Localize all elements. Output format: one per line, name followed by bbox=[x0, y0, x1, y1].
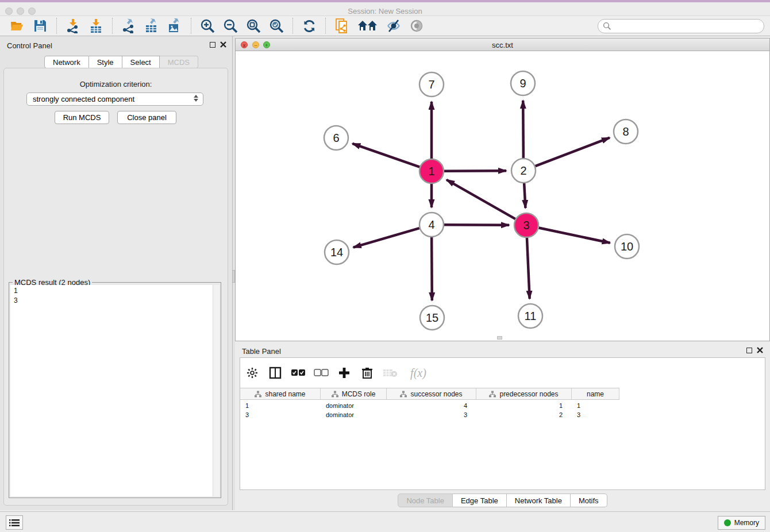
search-input[interactable] bbox=[611, 22, 764, 30]
delete-column-icon[interactable] bbox=[360, 365, 375, 380]
tab-node-table[interactable]: Node Table bbox=[398, 494, 453, 507]
tab-network[interactable]: Network bbox=[44, 56, 89, 68]
node-1[interactable]: 1 bbox=[419, 159, 444, 183]
gear-icon[interactable] bbox=[245, 365, 260, 380]
table-panel-title: Table Panel bbox=[242, 347, 281, 356]
status-bar: Memory bbox=[0, 511, 770, 532]
node-14[interactable]: 14 bbox=[325, 240, 349, 264]
node-11[interactable]: 11 bbox=[518, 304, 542, 328]
table-cell[interactable]: 1 bbox=[476, 401, 572, 410]
node-3[interactable]: 3 bbox=[514, 213, 538, 237]
column-header[interactable]: name bbox=[572, 388, 619, 399]
control-panel-title: Control Panel bbox=[7, 41, 52, 50]
column-header[interactable]: predecessor nodes bbox=[476, 388, 572, 399]
hide-selected-icon[interactable] bbox=[385, 17, 402, 34]
delete-table-icon[interactable] bbox=[383, 365, 398, 380]
select-all-icon[interactable] bbox=[291, 365, 306, 380]
mcds-panel: Optimization criterion: strongly connect… bbox=[3, 68, 228, 506]
table-cell[interactable]: dominator bbox=[321, 401, 387, 410]
close-table-panel-icon[interactable] bbox=[757, 347, 763, 353]
table-row[interactable]: 1dominator411 bbox=[240, 401, 765, 410]
memory-button[interactable]: Memory bbox=[718, 516, 765, 530]
table-cell[interactable]: 3 bbox=[572, 410, 619, 419]
node-2[interactable]: 2 bbox=[511, 159, 536, 183]
import-table-icon[interactable] bbox=[87, 17, 105, 34]
memory-status-icon bbox=[724, 519, 731, 526]
svg-text:4: 4 bbox=[428, 218, 434, 231]
edge-1-6[interactable] bbox=[352, 144, 419, 167]
column-header-label: successor nodes bbox=[410, 390, 462, 398]
edge-3-1[interactable] bbox=[446, 180, 515, 219]
export-table-icon[interactable] bbox=[143, 17, 160, 34]
new-network-from-selection-icon[interactable] bbox=[333, 17, 351, 34]
table-cell[interactable]: 1 bbox=[572, 401, 619, 410]
table-cell[interactable]: 3 bbox=[387, 410, 476, 419]
node-10[interactable]: 10 bbox=[615, 234, 639, 259]
save-session-icon[interactable] bbox=[32, 17, 49, 34]
node-8[interactable]: 8 bbox=[614, 119, 638, 144]
float-table-panel-icon[interactable] bbox=[746, 348, 752, 353]
show-all-icon[interactable] bbox=[408, 17, 425, 34]
zoom-fit-icon[interactable] bbox=[245, 17, 262, 34]
first-neighbors-icon[interactable] bbox=[356, 17, 379, 34]
edge-4-15[interactable] bbox=[432, 237, 432, 300]
deselect-all-icon[interactable] bbox=[314, 365, 329, 380]
column-header[interactable]: successor nodes bbox=[387, 388, 476, 399]
mcds-result-text[interactable]: 1 3 bbox=[10, 285, 213, 496]
node-15[interactable]: 15 bbox=[420, 306, 444, 330]
table-row[interactable]: 3dominator323 bbox=[240, 410, 765, 419]
edge-1-2[interactable] bbox=[444, 171, 506, 171]
tab-network-table[interactable]: Network Table bbox=[507, 494, 571, 507]
task-history-button[interactable] bbox=[6, 515, 23, 530]
edge-2-3[interactable] bbox=[524, 183, 525, 208]
import-network-icon[interactable] bbox=[64, 17, 82, 34]
toolbar-separator bbox=[56, 18, 57, 34]
network-window-titlebar[interactable]: x – + scc.txt bbox=[236, 38, 769, 51]
tab-motifs[interactable]: Motifs bbox=[571, 494, 607, 507]
edge-3-11[interactable] bbox=[527, 238, 530, 299]
run-mcds-button[interactable]: Run MCDS bbox=[55, 111, 109, 124]
tab-select[interactable]: Select bbox=[122, 56, 160, 68]
network-window-title: scc.txt bbox=[236, 41, 769, 49]
close-panel-button[interactable]: Close panel bbox=[117, 111, 176, 124]
zoom-out-icon[interactable] bbox=[222, 17, 239, 34]
network-graph[interactable]: 7968124314101511 bbox=[236, 51, 769, 341]
search-field bbox=[598, 19, 764, 33]
export-network-icon[interactable] bbox=[120, 17, 137, 34]
node-7[interactable]: 7 bbox=[419, 72, 444, 97]
function-builder-icon[interactable]: f(x) bbox=[406, 365, 431, 380]
tab-style[interactable]: Style bbox=[89, 56, 122, 68]
edge-3-10[interactable] bbox=[539, 228, 610, 243]
export-image-icon[interactable] bbox=[166, 17, 183, 34]
mcds-result-fieldset: MCDS result (2 nodes) 1 3 bbox=[9, 282, 221, 498]
zoom-in-icon[interactable] bbox=[199, 17, 216, 34]
edge-2-9[interactable] bbox=[523, 101, 523, 158]
table-cell[interactable]: 2 bbox=[476, 410, 572, 419]
node-4[interactable]: 4 bbox=[419, 213, 444, 237]
node-6[interactable]: 6 bbox=[324, 126, 348, 150]
edge-4-3[interactable] bbox=[444, 225, 509, 225]
table-cell[interactable]: 1 bbox=[240, 401, 321, 410]
open-session-icon[interactable] bbox=[9, 17, 26, 34]
tab-edge-table[interactable]: Edge Table bbox=[453, 494, 507, 507]
column-header[interactable]: MCDS role bbox=[321, 388, 387, 399]
table-cell[interactable]: 4 bbox=[387, 401, 476, 410]
table-cell[interactable]: dominator bbox=[321, 410, 387, 419]
network-canvas[interactable]: 7968124314101511 bbox=[236, 51, 769, 341]
mcds-result-scrollbar[interactable] bbox=[213, 285, 220, 496]
criterion-select[interactable]: strongly connected component bbox=[26, 92, 203, 106]
node-9[interactable]: 9 bbox=[511, 71, 535, 95]
add-column-icon[interactable] bbox=[337, 365, 352, 380]
network-canvas-grip[interactable] bbox=[497, 336, 502, 340]
close-panel-icon[interactable] bbox=[220, 41, 226, 48]
float-panel-icon[interactable] bbox=[210, 42, 215, 48]
edge-2-8[interactable] bbox=[536, 138, 610, 166]
split-panel-icon[interactable] bbox=[268, 365, 283, 380]
edge-4-14[interactable] bbox=[353, 228, 419, 247]
table-cell[interactable]: 3 bbox=[240, 410, 321, 419]
column-header[interactable]: shared name bbox=[240, 388, 321, 399]
tab-mcds[interactable]: MCDS bbox=[160, 56, 198, 68]
refresh-layout-icon[interactable] bbox=[301, 17, 318, 34]
app-titlebar: Session: New Session bbox=[0, 2, 770, 16]
zoom-selected-icon[interactable] bbox=[268, 17, 285, 34]
